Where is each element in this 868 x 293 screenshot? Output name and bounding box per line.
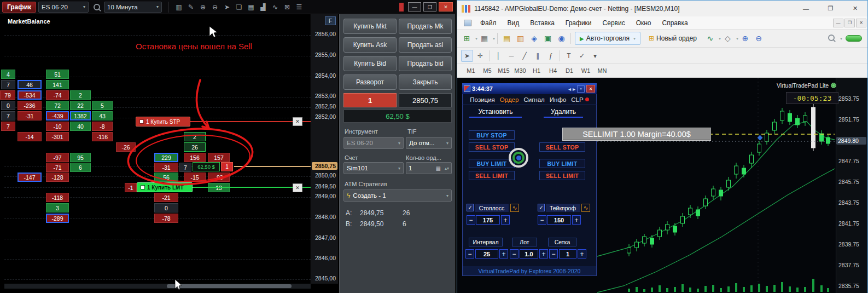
draw-icon[interactable]: ✎ [185,2,196,13]
scrollbar-thumb[interactable] [167,284,292,288]
takeprofit-minus-button[interactable]: − [538,215,546,225]
vtp-tab-позиция[interactable]: Позиция [470,96,494,103]
takeprofit-checkbox[interactable]: ✓ [538,204,545,211]
panel-grid-icon[interactable]: ▦ [246,2,257,13]
vtp-set-buy-limit-button[interactable]: BUY LIMIT [469,159,515,168]
vtp-delete-sell-stop-button[interactable]: SELL STOP [539,142,585,152]
vtp-delete-buy-limit-button[interactable]: BUY LIMIT [539,159,585,168]
vtp-set-sell-limit-button[interactable]: SELL LIMIT [469,171,515,180]
grid-value[interactable]: 1 [559,249,576,258]
ask-side: A: [346,209,360,217]
interval-plus-button[interactable]: + [499,249,508,258]
collapse-icon[interactable]: ▫ [577,85,585,93]
chart-window-titlebar[interactable]: График ES 06-20▾ 10 Минута▾ ▥✎⊕⊖➤❏▦▟∿⊠☰ … [0,0,455,14]
sell-limit-order-label[interactable]: SELLIMIT 1.00 Margin=40.00$ [562,128,711,141]
stoploss-minus-button[interactable]: − [467,215,475,225]
vtp-set-buy-stop-button[interactable]: BUY STOP [469,130,515,140]
instrument-value: ES 06-20 [347,140,373,146]
vtp-titlebar[interactable]: 3:44:37 ◂ ▸ ▫ ✕ [462,83,597,94]
instrument-select[interactable]: ES 06-20▾ [343,137,404,149]
chevron-down-icon: ▾ [83,4,85,9]
stoploss-trailing-icon[interactable]: ∿ [510,204,519,212]
grid-plus-button[interactable]: + [578,249,586,258]
lot-minus-button[interactable]: − [510,249,519,258]
quantity-stepper[interactable]: 1▦▴▾ [406,162,452,174]
chart-style-icon[interactable]: ▥ [173,2,184,13]
fit-button[interactable]: F [325,16,336,25]
buy-ask-button[interactable]: Купить Ask [343,37,397,53]
ask-price: 2849,75 [360,209,403,217]
sell-ask-button[interactable]: Продать asl [399,37,452,53]
lot-plus-button[interactable]: + [539,249,548,258]
bars-icon[interactable]: ▟ [258,2,269,13]
buy-mkt-button[interactable]: Купить Mkt [343,19,397,34]
symbol-select[interactable]: ES 06-20▾ [38,2,89,13]
stoploss-value[interactable]: 175 [476,215,500,225]
zoom-in-icon[interactable]: ⊕ [197,2,208,13]
limit-order-marker[interactable]: 1 Купить LMT [137,182,193,192]
takeprofit-label: Тейкпроф [546,204,580,212]
mt5-price-axis[interactable] [836,78,867,293]
stoploss-checkbox[interactable]: ✓ [467,204,474,211]
zoom-out-icon[interactable]: ⊖ [209,2,220,13]
footprint-cell: -439 [46,111,69,120]
cancel-stop-order-button[interactable]: ✕ [293,117,302,126]
footprint-cell: -116 [92,132,113,141]
desktop: График ES 06-20▾ 10 Минута▾ ▥✎⊕⊖➤❏▦▟∿⊠☰ … [0,0,868,293]
footprint-cell: 141 [46,80,69,89]
position-qty-tag: 1 [221,162,233,171]
calculator-icon[interactable]: ▦ [436,165,441,171]
grid-minus-button[interactable]: − [549,249,558,258]
stop-order-marker[interactable]: 1 Купить STP [136,117,190,127]
list-icon[interactable]: ☰ [294,2,305,13]
vtp-delete-sell-limit-button[interactable]: SELL LIMIT [539,171,585,180]
takeprofit-trailing-icon[interactable]: ∿ [581,204,590,212]
tif-label: TIF [407,128,417,135]
sell-mkt-button[interactable]: Продать Mk [399,19,452,34]
interval-select[interactable]: 10 Минута▾ [104,2,162,13]
footprint-cell: 3 [46,203,69,212]
stoploss-plus-button[interactable]: + [501,215,510,225]
chart-app-tab[interactable]: График [2,2,36,13]
vtp-tab-clp[interactable]: CLP [571,96,589,103]
footprint-cell: -534 [18,90,42,100]
reverse-button[interactable]: Разворот [343,74,397,90]
atm-strategy-select[interactable]: ϟСоздать - 1▾ [343,189,452,202]
prev-arrow-icon[interactable]: ◂ [568,86,571,92]
set-orders-header[interactable]: Установить [469,108,522,118]
stepper-arrows-icon[interactable]: ▴▾ [445,166,449,171]
footprint-cell: 0 [154,203,178,212]
price-axis-label: 2851.75 [838,116,859,123]
chart-toolbar-icons: ▥✎⊕⊖➤❏▦▟∿⊠☰ [168,2,305,13]
cancel-limit-order-button[interactable]: ✕ [293,183,302,192]
interval-minus-button[interactable]: − [465,249,474,258]
minimize-button[interactable]: — [408,2,421,12]
vtp-close-button[interactable]: ✕ [586,85,595,93]
snapshot-icon[interactable]: ❏ [234,2,244,13]
interval-value[interactable]: 25 [475,249,498,258]
vtp-tab-ордер[interactable]: Ордер [500,96,519,103]
close-position-button[interactable]: Закрыть [399,74,452,90]
takeprofit-plus-button[interactable]: + [572,215,581,225]
footprint-cell: -8 [92,122,113,131]
tif-select[interactable]: До отм...▾ [406,137,452,149]
next-arrow-icon[interactable]: ▸ [573,86,575,92]
vtp-tab-инфо[interactable]: Инфо [550,96,566,103]
restore-button[interactable]: ❐ [423,2,436,12]
cursor-icon[interactable]: ➤ [222,2,232,13]
delete-orders-header[interactable]: Удалить [544,108,583,118]
lot-value[interactable]: 1.0 [520,249,538,258]
bid-quote-row: B:2849,506 [346,220,453,228]
horizontal-scrollbar[interactable] [4,284,311,289]
search-icon[interactable] [91,2,102,13]
grid-close-icon[interactable]: ⊠ [282,2,293,13]
buy-bid-button[interactable]: Купить Bid [343,56,397,71]
wave-icon[interactable]: ∿ [270,2,281,13]
vtp-set-sell-stop-button[interactable]: SELL STOP [469,142,515,152]
chevron-down-icon: ▾ [446,193,448,198]
sell-bid-button[interactable]: Продать bid [399,56,452,71]
close-button[interactable]: ✕ [439,2,453,12]
takeprofit-value[interactable]: 150 [547,215,571,225]
account-select[interactable]: Sim101▾ [343,162,404,174]
vtp-tab-сигнал[interactable]: Сигнал [523,96,544,103]
